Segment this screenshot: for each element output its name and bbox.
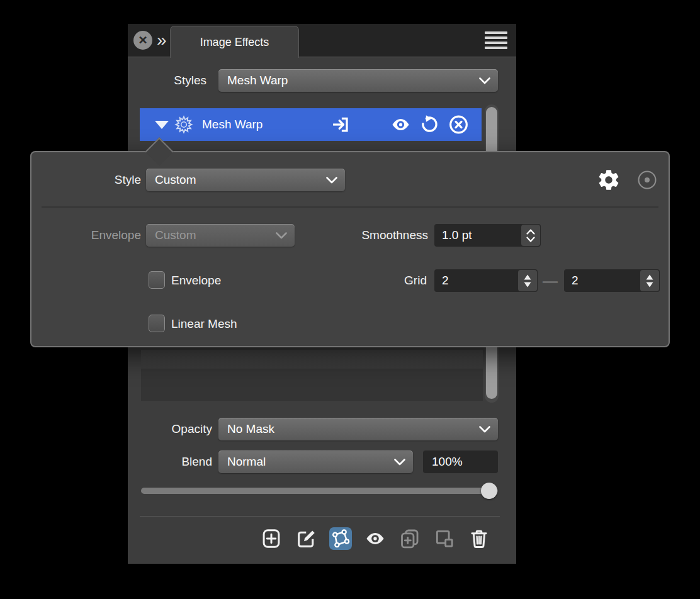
- bottom-toolbar: [260, 527, 490, 550]
- list-empty-area: [141, 369, 483, 401]
- blend-mode-value: Normal: [227, 455, 266, 469]
- record-dot-icon[interactable]: [637, 170, 657, 190]
- close-icon: ✕: [138, 35, 147, 46]
- duplicate-effect-button[interactable]: [398, 527, 421, 550]
- stepper-down-icon: [526, 237, 535, 242]
- remove-effect-icon[interactable]: [448, 114, 470, 136]
- mesh-quad-icon: [331, 529, 350, 548]
- panel-header: ✕ » Image Effects: [128, 24, 516, 57]
- envelope-checkbox-label: Envelope: [171, 269, 221, 292]
- effect-row-mesh-warp[interactable]: Mesh Warp: [140, 108, 482, 141]
- stepper-down-icon: [524, 282, 531, 288]
- tab-title: Image Effects: [200, 36, 269, 49]
- list-row-partial: [141, 350, 483, 369]
- merge-into-icon[interactable]: [331, 115, 350, 134]
- mesh-warp-settings-popover: Style Custom Envelope Custom Smoothness …: [30, 151, 670, 347]
- add-plus-icon: [261, 528, 282, 549]
- eye-icon: [364, 527, 387, 550]
- gear-icon[interactable]: [597, 168, 621, 192]
- chevron-down-icon: [276, 232, 287, 239]
- styles-label: Styles: [128, 69, 206, 92]
- duplicate-plus-icon: [399, 528, 421, 549]
- merge-layers-button[interactable]: [433, 527, 456, 550]
- style-dropdown[interactable]: Custom: [146, 169, 345, 191]
- edit-effect-button[interactable]: [295, 527, 317, 550]
- grid-columns-stepper[interactable]: [518, 270, 537, 291]
- style-dropdown-value: Custom: [155, 173, 196, 187]
- stepper-up-icon: [646, 274, 653, 280]
- toggle-visibility-button[interactable]: [364, 527, 387, 550]
- grid-separator: —: [539, 269, 562, 292]
- grid-rows-field[interactable]: 2: [564, 269, 660, 292]
- blend-opacity-field[interactable]: 100%: [423, 451, 498, 473]
- linear-mesh-label: Linear Mesh: [171, 313, 237, 335]
- envelope-select-label: Envelope: [44, 224, 141, 247]
- blend-mode-dropdown[interactable]: Normal: [218, 451, 413, 473]
- panel-menu-icon[interactable]: [485, 31, 507, 49]
- smoothness-label: Smoothness: [315, 224, 428, 247]
- styles-dropdown-value: Mesh Warp: [227, 74, 288, 87]
- delete-effect-button[interactable]: [468, 527, 490, 550]
- stepper-up-icon: [524, 274, 531, 280]
- popover-divider: [42, 206, 658, 208]
- opacity-mask-value: No Mask: [227, 422, 274, 436]
- visibility-eye-icon[interactable]: [390, 115, 411, 135]
- tab-image-effects[interactable]: Image Effects: [170, 26, 299, 58]
- trash-icon: [468, 528, 490, 549]
- opacity-label: Opacity: [128, 418, 212, 440]
- edit-pencil-icon: [295, 528, 317, 549]
- style-label: Style: [44, 169, 141, 191]
- envelope-checkbox[interactable]: [149, 271, 165, 289]
- stepper-down-icon: [646, 282, 653, 288]
- chevron-down-icon: [394, 459, 405, 466]
- mesh-warp-effect-icon: [174, 115, 193, 134]
- effect-row-title: Mesh Warp: [202, 108, 262, 141]
- grid-label: Grid: [364, 269, 427, 292]
- add-effect-button[interactable]: [260, 527, 283, 550]
- toolbar-divider: [140, 516, 500, 517]
- chevron-down-icon: [479, 426, 490, 433]
- blend-label: Blend: [128, 451, 212, 473]
- chevron-down-icon: [326, 177, 337, 184]
- collapse-chevrons-icon[interactable]: »: [157, 28, 167, 53]
- grid-rows-stepper[interactable]: [640, 270, 659, 291]
- opacity-slider[interactable]: [141, 488, 498, 494]
- opacity-mask-dropdown[interactable]: No Mask: [218, 418, 498, 440]
- linear-mesh-checkbox[interactable]: [149, 315, 165, 332]
- blend-opacity-value: 100%: [423, 451, 498, 473]
- close-panel-button[interactable]: ✕: [133, 31, 152, 50]
- mesh-warp-tool-button[interactable]: [329, 527, 352, 550]
- overlap-squares-icon: [434, 528, 455, 549]
- envelope-style-dropdown: Custom: [146, 224, 295, 247]
- grid-columns-field[interactable]: 2: [434, 269, 538, 292]
- smoothness-stepper[interactable]: [521, 225, 540, 246]
- stepper-up-icon: [526, 229, 535, 235]
- reset-effect-icon[interactable]: [420, 115, 439, 135]
- chevron-down-icon: [479, 77, 490, 84]
- envelope-style-value: Custom: [155, 228, 196, 242]
- opacity-slider-thumb[interactable]: [481, 483, 497, 499]
- disclosure-triangle-icon[interactable]: [155, 121, 169, 129]
- smoothness-field[interactable]: 1.0 pt: [434, 224, 541, 247]
- styles-dropdown[interactable]: Mesh Warp: [218, 69, 498, 92]
